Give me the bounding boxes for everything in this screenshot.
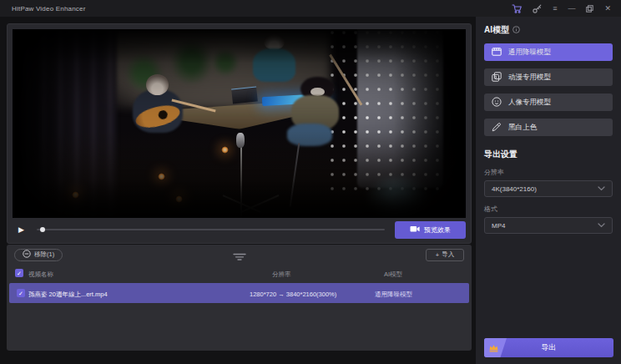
column-resolution: 分辨率 [272, 270, 291, 279]
format-select[interactable]: MP4 [484, 217, 613, 234]
film-frame-icon [492, 47, 502, 58]
camera-icon [410, 225, 420, 235]
column-video-name: 视频名称 [28, 270, 53, 279]
remove-button-label: 移除(1) [34, 250, 54, 259]
file-ai-model: 通用降噪模型 [375, 291, 412, 299]
info-icon[interactable] [512, 26, 520, 35]
file-resolution: 1280*720 → 3840*2160(300%) [250, 291, 336, 298]
face-icon [492, 97, 502, 109]
close-icon[interactable]: ✕ [604, 5, 611, 13]
file-name: 孫燕姿 20週年線上...ert.mp4 [28, 291, 108, 299]
select-all-checkbox[interactable]: ✓ [15, 269, 23, 277]
ai-model-title-label: AI模型 [484, 24, 509, 36]
model-label: 通用降噪模型 [508, 48, 551, 58]
resolution-label: 分辨率 [484, 168, 613, 177]
plus-icon: + [436, 251, 439, 259]
model-button-general-denoise[interactable]: 通用降噪模型 [484, 43, 613, 61]
play-button[interactable]: ▶ [18, 225, 24, 234]
menu-icon[interactable]: ≡ [553, 5, 557, 13]
video-preview-panel: ▶ 预览效果 [7, 23, 472, 244]
remove-minus-icon [23, 250, 31, 260]
minimize-icon[interactable]: — [568, 5, 575, 13]
model-button-anime[interactable]: 动漫专用模型 [484, 68, 613, 86]
license-key-icon[interactable] [533, 4, 542, 13]
model-label: 人像专用模型 [508, 98, 551, 108]
model-label: 黑白上色 [508, 123, 537, 133]
model-button-colorize[interactable]: 黑白上色 [484, 119, 613, 136]
maximize-icon[interactable] [586, 5, 593, 13]
preview-effect-label: 预览效果 [424, 225, 451, 235]
app-title: HitPaw Video Enhancer [0, 5, 86, 13]
chevron-down-icon [598, 186, 605, 191]
model-label: 动漫专用模型 [508, 73, 551, 83]
anime-frames-icon [492, 72, 502, 83]
chevron-down-icon [598, 223, 605, 228]
premium-crown-badge [484, 338, 507, 357]
import-button[interactable]: + 导入 [426, 249, 464, 261]
resolution-select[interactable]: 4K(3840*2160) [484, 180, 613, 197]
import-button-label: 导入 [442, 250, 454, 259]
titlebar-icons: ≡ — ✕ [512, 4, 621, 13]
export-button[interactable]: 导出 [484, 338, 613, 357]
seek-bar[interactable] [37, 229, 385, 230]
model-button-portrait[interactable]: 人像专用模型 [484, 94, 613, 111]
video-preview-scene [13, 29, 466, 218]
export-button-label: 导出 [542, 342, 557, 353]
sidebar: AI模型 通用降噪模型 动漫专用模型 [476, 17, 621, 364]
playback-controls: ▶ 预览效果 [13, 220, 466, 239]
export-settings-title: 导出设置 [484, 149, 613, 160]
row-checkbox[interactable]: ✓ [17, 289, 25, 297]
file-list-header: ✓ 视频名称 分辨率 AI模型 [7, 267, 472, 282]
preview-effect-button[interactable]: 预览效果 [395, 221, 466, 239]
scene-vignette [13, 29, 466, 218]
crown-icon [488, 343, 499, 352]
column-ai-model: AI模型 [384, 270, 402, 279]
ai-model-section-title: AI模型 [484, 24, 613, 36]
file-list-toolbar: 移除(1) + 导入 [7, 245, 472, 265]
remove-button[interactable]: 移除(1) [14, 249, 63, 261]
seek-thumb[interactable] [40, 227, 45, 232]
format-label: 格式 [484, 205, 613, 214]
format-value: MP4 [492, 222, 505, 230]
app-window: HitPaw Video Enhancer ≡ — ✕ [0, 0, 621, 364]
paint-pen-icon [492, 122, 502, 134]
file-row[interactable]: ✓ 孫燕姿 20週年線上...ert.mp4 1280*720 → 3840*2… [9, 283, 469, 303]
collapse-handle-icon[interactable] [232, 250, 246, 265]
video-frame [13, 29, 466, 218]
cart-icon[interactable] [512, 4, 522, 13]
resolution-value: 4K(3840*2160) [492, 185, 537, 193]
file-list-panel: 移除(1) + 导入 ✓ 视频名称 分辨率 AI模型 ✓ 孫燕姿 20週年線上.… [7, 245, 472, 351]
titlebar: HitPaw Video Enhancer ≡ — ✕ [0, 0, 621, 17]
